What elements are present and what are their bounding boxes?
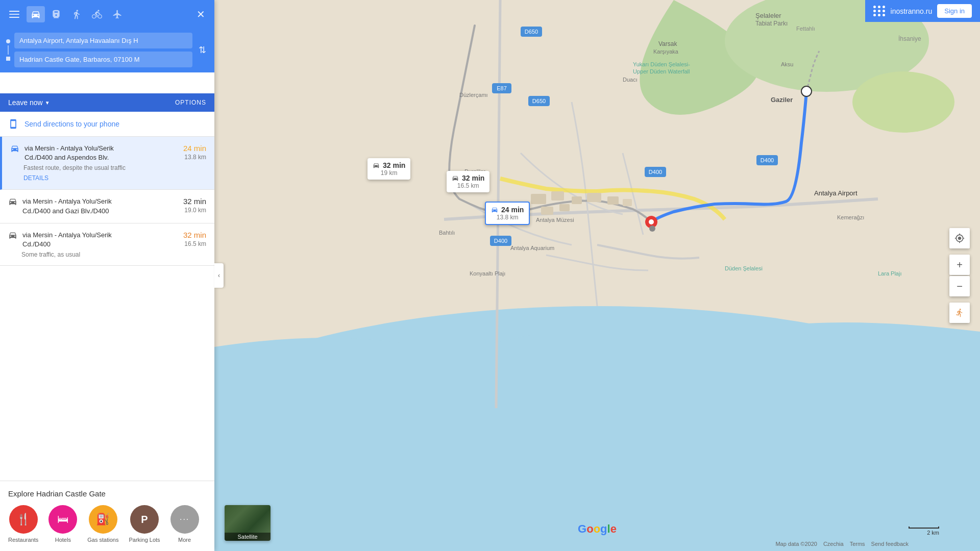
svg-text:Varsak: Varsak: [658, 40, 677, 47]
svg-text:D400: D400: [761, 157, 774, 163]
svg-text:Antalya Aquarium: Antalya Aquarium: [510, 245, 554, 251]
explore-icons: 🍴 Restaurants 🛏 Hotels ⛽ Gas stations P …: [8, 505, 206, 543]
svg-rect-12: [607, 196, 619, 205]
explore-gas[interactable]: ⛽ Gas stations: [87, 505, 118, 543]
top-bar: ✕: [0, 0, 214, 29]
svg-text:Konyaaltı Plajı: Konyaaltı Plajı: [470, 270, 505, 277]
leave-now-chevron: ▼: [45, 100, 50, 106]
svg-rect-8: [531, 194, 546, 204]
svg-rect-10: [572, 196, 582, 204]
menu-button[interactable]: [6, 6, 22, 22]
svg-rect-14: [541, 207, 553, 215]
svg-text:D400: D400: [649, 169, 662, 175]
tab-flight[interactable]: [108, 6, 127, 22]
svg-text:İhsaniye: İhsaniye: [898, 35, 921, 42]
route-item-1[interactable]: via Mersin - Antalya Yolu/Serik Cd./D400…: [0, 137, 214, 190]
svg-rect-13: [623, 199, 632, 206]
route-inputs: ⇅: [0, 29, 214, 72]
svg-text:E87: E87: [497, 85, 507, 91]
svg-text:Düden Şelalesi: Düden Şelalesi: [725, 265, 763, 271]
route1-distance: 13.8 km: [183, 154, 206, 161]
svg-rect-11: [587, 193, 601, 202]
svg-point-51: [649, 226, 655, 232]
svg-rect-15: [559, 204, 570, 211]
explore-hotels[interactable]: 🛏 Hotels: [48, 505, 77, 543]
restaurants-label: Restaurants: [8, 537, 38, 543]
route1-note: Fastest route, despite the usual traffic: [23, 164, 206, 171]
tab-bike[interactable]: [88, 6, 106, 22]
svg-text:Düzlerçamı: Düzlerçamı: [459, 92, 488, 98]
svg-text:Aksu: Aksu: [781, 61, 793, 67]
routes-list: via Mersin - Antalya Yolu/Serik Cd./D400…: [0, 137, 214, 481]
svg-rect-9: [551, 191, 564, 201]
svg-rect-2: [9, 17, 19, 18]
svg-text:Şelaleler: Şelaleler: [755, 12, 781, 19]
dest-dot: [6, 57, 10, 61]
tab-drive[interactable]: [27, 6, 45, 22]
route1-details-link[interactable]: DETAILS: [23, 174, 48, 182]
route-item-2[interactable]: via Mersin - Antalya Yolu/Serik Cd./D400…: [0, 190, 214, 223]
leave-now-label: Leave now: [8, 98, 43, 107]
route3-name: via Mersin - Antalya Yolu/Serik Cd./D400: [22, 231, 135, 249]
origin-input[interactable]: [14, 33, 192, 48]
route3-note: Some traffic, as usual: [21, 251, 206, 258]
svg-text:Antalya Müzesi: Antalya Müzesi: [536, 217, 574, 223]
route2-name: via Mersin - Antalya Yolu/Serik Cd./D400…: [22, 197, 135, 215]
tab-walk[interactable]: [67, 6, 86, 22]
hotels-icon: 🛏: [48, 505, 77, 534]
map-area[interactable]: D650 D650 E87 D400 D400 D400 Şelaleler T…: [214, 0, 980, 551]
route3-distance: 16.5 km: [183, 240, 206, 247]
route-dots: [6, 37, 10, 63]
svg-text:Tabiat Parkı: Tabiat Parkı: [755, 20, 788, 27]
more-label: More: [178, 537, 191, 543]
svg-text:Duraliler: Duraliler: [464, 168, 485, 174]
add-destination-label: Add destination: [30, 79, 76, 86]
svg-text:D650: D650: [525, 29, 538, 35]
parking-icon: P: [130, 505, 159, 534]
more-icon: ···: [170, 505, 199, 534]
svg-text:D650: D650: [532, 98, 546, 104]
svg-point-7: [852, 71, 954, 133]
send-directions-row[interactable]: Send directions to your phone: [0, 112, 214, 137]
explore-more[interactable]: ··· More: [170, 505, 199, 543]
route-fields: [14, 33, 192, 67]
route2-car-icon: [8, 197, 17, 206]
destination-input[interactable]: [14, 52, 192, 67]
collapse-panel-button[interactable]: ‹: [214, 263, 224, 288]
svg-rect-1: [9, 14, 19, 15]
leave-now-button[interactable]: Leave now ▼: [8, 98, 50, 107]
gas-label: Gas stations: [87, 537, 118, 543]
svg-point-48: [801, 86, 812, 96]
left-panel: ✕ ⇅ + Add destination Leave now ▼ OPTION…: [0, 0, 214, 551]
add-destination-row[interactable]: + Add destination: [0, 72, 214, 93]
swap-button[interactable]: ⇅: [197, 42, 208, 58]
svg-text:Duacı: Duacı: [623, 77, 638, 83]
close-button[interactable]: ✕: [193, 5, 208, 23]
route-item-3[interactable]: via Mersin - Antalya Yolu/Serik Cd./D400…: [0, 223, 214, 266]
svg-text:Karşıyaka: Karşıyaka: [653, 48, 679, 55]
explore-section: Explore Hadrian Castle Gate 🍴 Restaurant…: [0, 481, 214, 551]
route-line: [8, 45, 9, 55]
svg-rect-0: [9, 11, 19, 12]
explore-parking[interactable]: P Parking Lots: [129, 505, 160, 543]
tab-transit[interactable]: [47, 6, 65, 22]
send-directions-label: Send directions to your phone: [24, 120, 119, 128]
origin-dot: [6, 39, 10, 43]
svg-text:Gaziler: Gaziler: [771, 96, 793, 104]
hotels-label: Hotels: [55, 537, 71, 543]
svg-point-50: [649, 219, 654, 224]
svg-text:Fettahlı: Fettahlı: [796, 26, 815, 32]
route1-name: via Mersin - Antalya Yolu/Serik Cd./D400…: [24, 144, 137, 162]
map-svg: D650 D650 E87 D400 D400 D400 Şelaleler T…: [214, 0, 980, 551]
route3-car-icon: [8, 231, 17, 240]
svg-text:Kemerağzı: Kemerağzı: [837, 214, 864, 220]
svg-text:Yukarı Düden Şelalesi-: Yukarı Düden Şelalesi-: [633, 61, 690, 67]
svg-text:Antalya Airport: Antalya Airport: [814, 189, 857, 197]
options-button[interactable]: OPTIONS: [175, 99, 206, 106]
explore-restaurants[interactable]: 🍴 Restaurants: [8, 505, 38, 543]
explore-title: Explore Hadrian Castle Gate: [8, 489, 206, 498]
route3-time: 32 min: [183, 231, 206, 239]
route1-car-icon: [10, 144, 19, 153]
parking-label: Parking Lots: [129, 537, 160, 543]
svg-text:Lara Plajı: Lara Plajı: [878, 270, 901, 277]
